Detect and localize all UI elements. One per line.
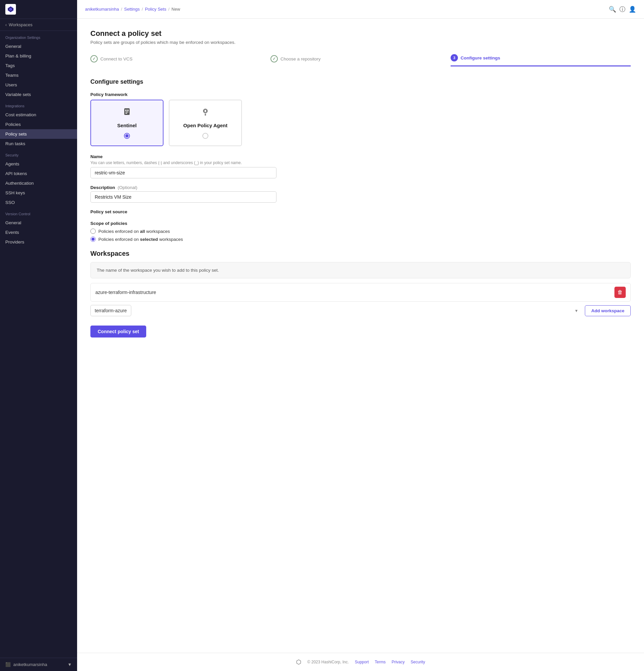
breadcrumb: aniketkumarsinha / Settings / Policy Set… <box>85 7 180 12</box>
breadcrumb-org[interactable]: aniketkumarsinha <box>85 7 119 12</box>
svg-rect-3 <box>125 110 127 111</box>
workspace-entry-text: azure-terraform-infrastructure <box>95 290 611 295</box>
footer-terms-link[interactable]: Terms <box>375 660 386 664</box>
scope-all-radio[interactable] <box>90 229 96 234</box>
policy-framework-label: Policy framework <box>90 92 631 97</box>
version-control-section-label: Version Control <box>0 207 77 218</box>
sidebar-item-agents[interactable]: Agents <box>0 159 77 169</box>
back-workspaces-link[interactable]: ‹ Workspaces <box>0 19 77 31</box>
sidebar-item-api-tokens[interactable]: API tokens <box>0 169 77 178</box>
footer-privacy-link[interactable]: Privacy <box>392 660 405 664</box>
sidebar-item-policies[interactable]: Policies <box>0 119 77 129</box>
app-logo <box>5 4 16 15</box>
description-label: Description (Optional) <box>90 185 631 190</box>
sentinel-label: Sentinel <box>117 123 137 128</box>
workspaces-section: Workspaces The name of the workspace you… <box>90 250 631 316</box>
scope-selected-option[interactable]: Policies enforced on selected workspaces <box>90 237 631 242</box>
description-input[interactable] <box>90 191 276 203</box>
step-3-circle: 3 <box>450 54 458 62</box>
connect-policy-set-button[interactable]: Connect policy set <box>90 326 146 338</box>
topbar: aniketkumarsinha / Settings / Policy Set… <box>77 0 644 18</box>
sidebar-footer: ⬛ aniketkumarsinha ▼ <box>0 658 77 671</box>
breadcrumb-new: New <box>172 7 180 12</box>
search-icon[interactable]: 🔍 <box>609 5 616 13</box>
footer-support-link[interactable]: Support <box>355 660 369 664</box>
workspace-add-row: terraform-azure Add workspace <box>90 305 631 316</box>
main-content: aniketkumarsinha / Settings / Policy Set… <box>77 0 644 671</box>
workspaces-title: Workspaces <box>90 250 631 257</box>
workspace-hint-text: The name of the workspace you wish to ad… <box>97 268 219 273</box>
svg-rect-4 <box>127 110 128 111</box>
user-avatar[interactable]: 👤 <box>629 5 636 13</box>
sidebar-item-tags[interactable]: Tags <box>0 61 77 71</box>
sidebar-item-plan-billing[interactable]: Plan & billing <box>0 51 77 61</box>
trash-icon: 🗑 <box>617 289 623 295</box>
user-icon: ⬛ <box>5 662 11 667</box>
sidebar-item-run-tasks[interactable]: Run tasks <box>0 139 77 149</box>
description-group: Description (Optional) <box>90 185 631 203</box>
step-2-circle: ✓ <box>271 55 278 62</box>
framework-row: Sentinel Open Policy Agent <box>90 100 631 146</box>
workspace-entry-existing: azure-terraform-infrastructure 🗑 <box>90 283 631 302</box>
delete-workspace-button[interactable]: 🗑 <box>615 287 626 298</box>
sidebar: ‹ Workspaces Organization Settings Gener… <box>0 0 77 671</box>
sidebar-item-teams[interactable]: Teams <box>0 71 77 80</box>
scope-selected-radio[interactable] <box>90 237 96 242</box>
opa-icon <box>200 107 211 120</box>
sidebar-item-sso[interactable]: SSO <box>0 198 77 207</box>
sidebar-item-cost-estimation[interactable]: Cost estimation <box>0 110 77 119</box>
add-workspace-button[interactable]: Add workspace <box>585 305 631 316</box>
sidebar-item-providers[interactable]: Providers <box>0 237 77 247</box>
chevron-down-icon[interactable]: ▼ <box>67 662 72 667</box>
chevron-left-icon: ‹ <box>5 22 7 27</box>
sidebar-item-events[interactable]: Events <box>0 228 77 237</box>
footer-security-link[interactable]: Security <box>411 660 425 664</box>
copyright-text: © 2023 HashiCorp, Inc. <box>307 660 349 664</box>
framework-opa[interactable]: Open Policy Agent <box>169 100 242 146</box>
page-footer: ⬡ © 2023 HashiCorp, Inc. Support Terms P… <box>77 653 644 671</box>
breadcrumb-policy-sets[interactable]: Policy Sets <box>145 7 166 12</box>
name-label: Name <box>90 154 631 159</box>
policy-set-source-group: Policy set source <box>90 209 631 214</box>
svg-point-8 <box>205 110 206 112</box>
scope-label: Scope of policies <box>90 221 631 226</box>
sidebar-item-ssh-keys[interactable]: SSH keys <box>0 188 77 198</box>
security-section-label: Security <box>0 149 77 159</box>
sentinel-radio[interactable] <box>124 133 130 139</box>
sidebar-item-vc-general[interactable]: General <box>0 218 77 228</box>
scope-group: Scope of policies Policies enforced on a… <box>90 221 631 242</box>
step-2-check-icon: ✓ <box>272 56 276 61</box>
workspace-select[interactable]: terraform-azure <box>90 305 131 316</box>
sidebar-item-policy-sets[interactable]: Policy sets <box>0 129 77 139</box>
sidebar-username: aniketkumarsinha <box>13 662 47 667</box>
step-1-circle: ✓ <box>90 55 98 62</box>
svg-rect-5 <box>125 112 128 112</box>
name-input[interactable] <box>90 167 276 178</box>
step-3: 3 Configure settings <box>450 54 631 66</box>
configure-settings-title: Configure settings <box>90 78 631 85</box>
scope-all-option[interactable]: Policies enforced on all workspaces <box>90 229 631 234</box>
breadcrumb-sep-2: / <box>142 7 143 12</box>
policy-set-source-label: Policy set source <box>90 209 631 214</box>
step-1-label: Connect to VCS <box>100 56 133 62</box>
org-settings-section-label: Organization Settings <box>0 31 77 41</box>
step-3-label: Configure settings <box>461 55 500 61</box>
sidebar-item-users[interactable]: Users <box>0 80 77 90</box>
breadcrumb-sep-1: / <box>121 7 122 12</box>
page-title: Connect a policy set <box>90 29 631 38</box>
page-content: Connect a policy set Policy sets are gro… <box>77 18 644 653</box>
breadcrumb-sep-3: / <box>168 7 170 12</box>
page-subtitle: Policy sets are groups of policies which… <box>90 40 631 45</box>
sidebar-item-variable-sets[interactable]: Variable sets <box>0 90 77 99</box>
breadcrumb-settings[interactable]: Settings <box>124 7 140 12</box>
workspace-select-wrapper: terraform-azure <box>90 305 582 316</box>
name-group: Name You can use letters, numbers, dashe… <box>90 154 631 178</box>
help-icon[interactable]: ⓘ <box>619 5 626 13</box>
integrations-section-label: Integrations <box>0 99 77 110</box>
opa-radio[interactable] <box>202 133 208 139</box>
sidebar-item-general[interactable]: General <box>0 41 77 51</box>
name-hint: You can use letters, numbers, dashes (-)… <box>90 161 631 165</box>
sidebar-item-authentication[interactable]: Authentication <box>0 178 77 188</box>
framework-sentinel[interactable]: Sentinel <box>90 100 163 146</box>
description-optional: (Optional) <box>117 185 137 190</box>
